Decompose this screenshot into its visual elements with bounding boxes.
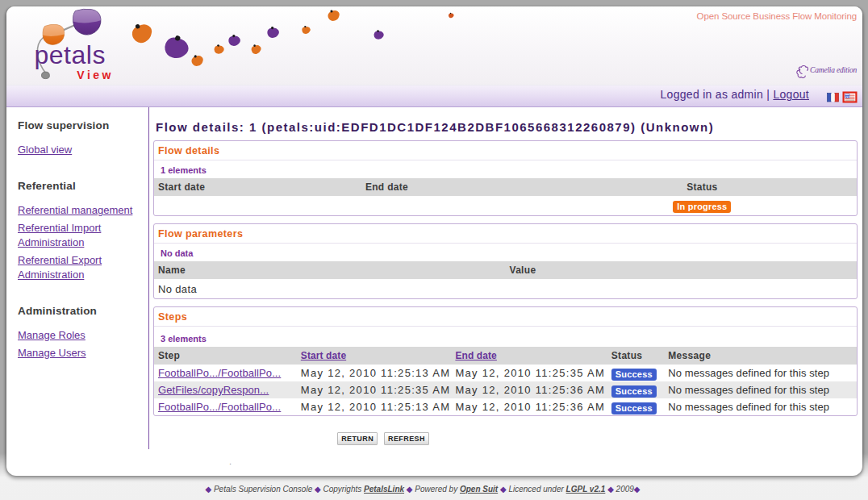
- svg-text:View: View: [77, 69, 114, 81]
- svg-text:petals: petals: [35, 40, 106, 69]
